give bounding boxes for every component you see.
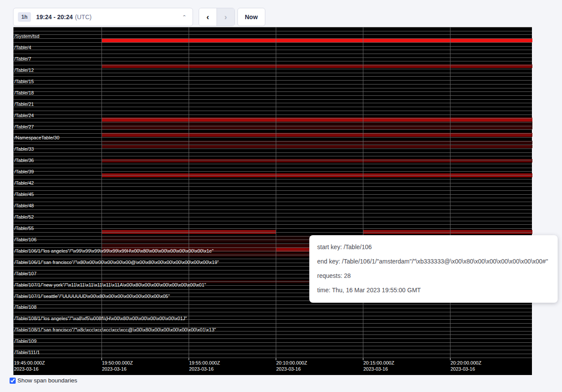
row-key-label: /Table/55: [14, 226, 34, 230]
span-boundary-line: [14, 95, 532, 96]
chevron-right-icon: ›: [224, 12, 227, 22]
key-visualizer-heatmap-canvas[interactable]: /System/tsd/Table/4/Table/7/Table/12/Tab…: [13, 27, 532, 375]
row-key-label: /Table/108: [14, 305, 37, 310]
row-key-label: /Table/33: [14, 147, 34, 152]
span-boundary-line: [14, 156, 532, 156]
span-boundary-line: [14, 99, 532, 100]
span-boundary-line: [14, 84, 532, 84]
span-boundary-line: [14, 50, 532, 50]
span-boundary-line: [14, 145, 532, 145]
row-key-label: /Table/106: [14, 237, 37, 242]
time-axis-label: 19:55:00.000Z2023-03-16: [189, 360, 220, 372]
span-boundary-line: [14, 137, 532, 138]
row-key-label: /Table/4: [14, 45, 31, 50]
tooltip-start-key: start key: /Table/106: [317, 240, 550, 254]
row-key-label: /Table/21: [14, 101, 34, 106]
show-span-boundaries-label[interactable]: Show span boundaries: [17, 377, 77, 384]
span-boundary-line: [14, 335, 532, 335]
row-key-label: /Table/12: [14, 68, 34, 72]
span-boundary-line: [14, 122, 532, 122]
span-boundary-line: [14, 168, 532, 168]
row-key-label: /NamespaceTable/30: [14, 135, 59, 140]
heat-band[interactable]: [102, 38, 532, 42]
span-boundary-line: [14, 206, 532, 206]
row-key-label: /Table/42: [14, 181, 34, 186]
span-boundary-line: [14, 202, 532, 202]
toolbar: 1h 19:24 - 20:24(UTC) ⌃︎ ‹ › Now: [0, 0, 562, 27]
time-range-label: 19:24 - 20:24(UTC): [36, 14, 91, 20]
now-button[interactable]: Now: [237, 8, 265, 26]
span-boundary-line: [14, 350, 532, 350]
span-boundary-line: [14, 198, 532, 198]
row-key-label: /Table/109: [14, 339, 37, 344]
span-boundary-line: [14, 354, 532, 354]
time-axis-label: 20:10:00.000Z2023-03-16: [276, 360, 307, 372]
span-boundary-line: [14, 213, 532, 213]
row-key-label: /Table/107/1/"seattle"/"UUUUUUD\x00\x80\…: [14, 294, 170, 298]
span-boundary-line: [14, 175, 532, 176]
time-gridline: [450, 27, 450, 358]
chevron-left-icon: ‹: [207, 12, 209, 22]
row-key-label: /System/tsd: [14, 34, 39, 39]
span-boundary-line: [14, 103, 532, 103]
span-boundary-line: [14, 179, 532, 179]
tooltip-requests: requests: 28: [317, 269, 550, 283]
span-boundary-line: [14, 115, 532, 115]
tooltip-end-key: end key: /Table/106/1/"amsterdam"/"\xb33…: [317, 254, 550, 269]
span-boundary-line: [14, 57, 532, 58]
span-boundary-line: [14, 34, 532, 35]
row-key-label: /Table/108/1/"los angeles"/"\xa8\xf5\u00…: [14, 316, 187, 321]
heat-band[interactable]: [102, 159, 532, 162]
span-boundary-line: [14, 190, 532, 191]
row-key-label: /Table/52: [14, 214, 34, 219]
row-key-label: /Table/45: [14, 192, 34, 197]
row-key-label: /Table/36: [14, 158, 34, 163]
row-key-label: /Table/15: [14, 79, 34, 84]
span-boundary-line: [14, 69, 532, 69]
span-boundary-line: [14, 183, 532, 183]
span-boundary-line: [14, 152, 532, 153]
next-time-button[interactable]: ›: [217, 8, 234, 26]
time-nav-group: ‹ ›: [199, 8, 235, 26]
span-boundary-line: [14, 312, 532, 312]
span-boundary-line: [14, 164, 532, 164]
span-boundary-line: [14, 65, 532, 65]
row-key-label: /Table/24: [14, 113, 34, 118]
footer: Show span boundaries: [10, 377, 77, 384]
span-boundary-line: [14, 217, 532, 217]
row-key-label: /Table/106/1/"los angeles"/"\x99\x99\x99…: [14, 248, 213, 253]
time-gridline: [102, 27, 102, 358]
span-boundary-line: [14, 91, 532, 92]
span-boundary-line: [14, 346, 532, 346]
row-key-label: /Table/111/1: [14, 350, 40, 355]
time-axis-label: 19:45:00.000Z2023-03-16: [14, 360, 45, 372]
span-boundary-line: [14, 171, 532, 172]
span-boundary-line: [14, 133, 532, 134]
span-boundary-line: [14, 194, 532, 195]
time-range-utc: (UTC): [75, 14, 91, 20]
time-range-duration-badge: 1h: [18, 12, 31, 22]
span-boundary-line: [14, 54, 532, 54]
span-boundary-line: [14, 80, 532, 81]
show-span-boundaries-checkbox[interactable]: [10, 378, 16, 384]
prev-time-button[interactable]: ‹: [199, 8, 217, 26]
span-boundary-line: [14, 88, 532, 88]
span-boundary-line: [14, 149, 532, 149]
span-boundary-line: [14, 232, 532, 233]
span-boundary-line: [14, 111, 532, 111]
span-boundary-line: [14, 73, 532, 73]
time-axis-label: 20:15:00.000Z2023-03-16: [363, 360, 394, 372]
span-boundary-line: [14, 118, 532, 118]
span-boundary-line: [14, 228, 532, 229]
span-boundary-line: [14, 129, 532, 130]
time-range-dropdown[interactable]: 1h 19:24 - 20:24(UTC) ⌃︎: [13, 8, 193, 26]
time-gridline: [363, 27, 363, 358]
row-key-label: /Table/48: [14, 203, 34, 208]
time-axis-label: 20:20:00.000Z2023-03-16: [450, 360, 481, 372]
span-boundary-line: [14, 338, 532, 339]
span-boundary-line: [14, 61, 532, 61]
span-boundary-line: [14, 76, 532, 77]
row-key-label: /Table/7: [14, 56, 31, 61]
row-key-label: /Table/39: [14, 169, 34, 174]
row-key-label: /Table/106/1/"san francisco"/"\x80\x00\x…: [14, 260, 219, 264]
